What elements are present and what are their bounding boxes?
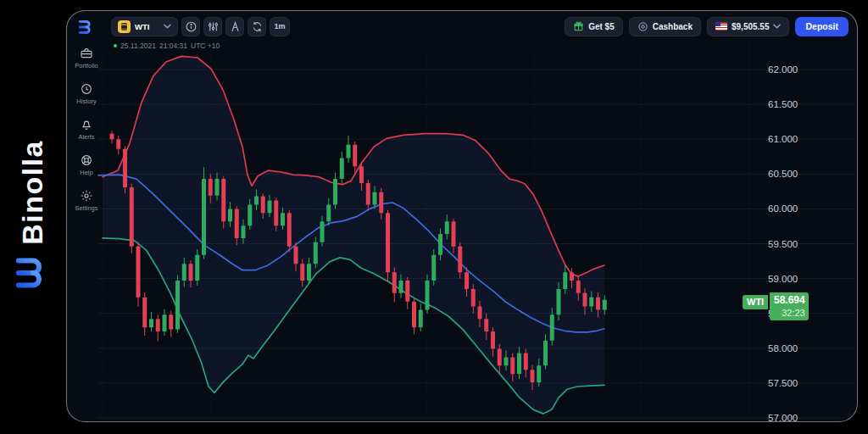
price-chart[interactable]: 62.00061.50061.00060.50060.00059.50059.0…: [67, 11, 858, 422]
brand-wordmark: Binolla: [10, 125, 54, 259]
sync-icon: [251, 20, 264, 33]
briefcase-icon: [80, 47, 93, 60]
toolbar: WTI 1m Get $5 Cashback $: [111, 16, 849, 36]
svg-text:59.500: 59.500: [768, 239, 798, 249]
cashback-label: Cashback: [653, 22, 693, 31]
sidebar-item-portfolio[interactable]: Portfolio: [67, 45, 106, 71]
oil-barrel-icon: [118, 20, 131, 33]
toolbar-right: Get $5 Cashback $9,505.55 Deposit: [565, 17, 849, 36]
indicators-button[interactable]: [203, 17, 222, 36]
sidebar-item-settings[interactable]: Settings: [67, 187, 106, 214]
asset-selector[interactable]: WTI: [111, 17, 178, 36]
current-price-badge: WTI 58.694 32:23: [743, 292, 809, 320]
drawing-tools-button[interactable]: [225, 17, 244, 36]
bell-icon: [80, 118, 93, 131]
price-badge-price: 58.694: [773, 294, 805, 307]
trading-app-window: Portfolio History Alerts Help Settings: [66, 10, 858, 422]
binolla-logo-icon: [13, 255, 52, 291]
balance-selector[interactable]: $9,505.55: [707, 17, 790, 36]
sidebar-nav: Portfolio History Alerts Help Settings: [67, 45, 106, 214]
asset-symbol: WTI: [135, 22, 159, 31]
brand-name: Binolla: [16, 140, 49, 245]
cashback-icon: [637, 21, 648, 32]
svg-text:60.500: 60.500: [768, 169, 798, 179]
get-bonus-label: Get $5: [588, 22, 615, 31]
svg-text:61.000: 61.000: [768, 134, 798, 144]
sidebar-label: Settings: [75, 204, 97, 212]
price-badge-values: 58.694 32:23: [770, 292, 809, 320]
gear-icon: [80, 189, 93, 203]
cashback-button[interactable]: Cashback: [629, 17, 701, 36]
get-bonus-button[interactable]: Get $5: [565, 17, 623, 36]
price-badge-timer: 32:23: [773, 307, 805, 319]
app-logo-icon[interactable]: [78, 19, 95, 36]
svg-text:58.000: 58.000: [768, 343, 798, 353]
deposit-button[interactable]: Deposit: [795, 17, 849, 36]
sync-button[interactable]: [248, 17, 266, 36]
sidebar-label: History: [76, 97, 96, 105]
price-axis: 62.00061.50061.00060.50060.00059.50059.0…: [768, 64, 798, 422]
sidebar-label: Alerts: [78, 133, 94, 141]
indicators-icon: [207, 20, 220, 33]
bollinger-bands: [98, 56, 604, 414]
balance-amount: $9,505.55: [732, 22, 770, 31]
us-flag-icon: [715, 22, 727, 31]
price-badge-symbol: WTI: [743, 295, 768, 309]
info-button[interactable]: [181, 17, 200, 36]
svg-text:59.000: 59.000: [768, 274, 798, 284]
svg-text:57.000: 57.000: [768, 413, 798, 422]
sidebar-item-history[interactable]: History: [67, 81, 106, 107]
svg-text:60.000: 60.000: [768, 203, 798, 214]
timeframe-button[interactable]: 1m: [270, 17, 290, 36]
chevron-down-icon: [164, 24, 171, 29]
sidebar-label: Portfolio: [75, 62, 98, 70]
clock-history-icon: [80, 82, 93, 96]
sidebar-label: Help: [80, 169, 92, 176]
sidebar-item-alerts[interactable]: Alerts: [67, 116, 106, 142]
svg-text:62.000: 62.000: [768, 64, 798, 75]
drawing-tools-icon: [229, 20, 242, 33]
sidebar-item-help[interactable]: Help: [67, 152, 106, 178]
sidebar: Portfolio History Alerts Help Settings: [67, 11, 106, 421]
session-time: 21:04:31: [159, 42, 187, 50]
info-icon: [185, 20, 198, 33]
gift-icon: [573, 21, 584, 32]
lifebuoy-icon: [80, 153, 93, 167]
svg-text:61.500: 61.500: [768, 99, 798, 109]
session-date: 25.11.2021: [120, 42, 156, 50]
session-timestamp: 25.11.2021 21:04:31 UTC +10: [114, 42, 220, 50]
chevron-down-icon: [773, 24, 781, 29]
svg-text:57.500: 57.500: [768, 378, 798, 388]
connection-status-dot: [114, 44, 117, 47]
session-timezone: UTC +10: [191, 42, 220, 50]
